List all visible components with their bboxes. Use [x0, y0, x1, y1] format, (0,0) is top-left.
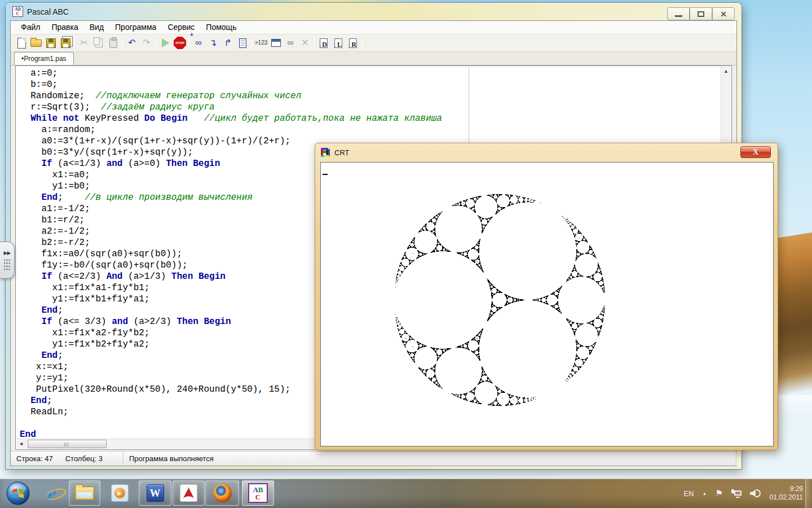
- grip-dots-icon: [3, 259, 11, 271]
- code-line: b:=0;: [20, 79, 721, 90]
- tab-label: •Program1.pas: [21, 55, 67, 63]
- status-message-cell: Программа выполняется: [123, 452, 736, 466]
- code-line: While not KeyPressed Do Begin //цикл буд…: [20, 113, 721, 124]
- crt-window-title: CRT: [334, 148, 349, 157]
- goto-reference-icon: R↓: [349, 38, 357, 48]
- tab-bar: •Program1.pas: [11, 52, 736, 65]
- crt-window: CRT X: [315, 143, 778, 450]
- cut-button[interactable]: ✂: [77, 36, 91, 50]
- open-file-button[interactable]: [29, 36, 43, 50]
- collapsed-panel-handle[interactable]: ▶▶: [0, 242, 15, 279]
- paste-button[interactable]: [106, 36, 121, 50]
- menu-item-Вид[interactable]: Вид: [84, 21, 109, 34]
- word-icon: W: [147, 484, 164, 502]
- clock[interactable]: 9:29 01.02.2011: [770, 485, 803, 502]
- format-numbers-icon: >123: [255, 40, 268, 46]
- run-icon: [162, 38, 169, 47]
- internet-explorer-button[interactable]: e: [36, 480, 68, 506]
- firefox-icon: [213, 484, 232, 502]
- close-button[interactable]: ✕: [712, 7, 735, 20]
- output-window-button[interactable]: [268, 36, 283, 50]
- status-message: Программа выполняется: [129, 454, 214, 463]
- maximize-button[interactable]: [690, 7, 712, 20]
- crt-close-icon: X: [753, 148, 758, 157]
- pascal-abc-icon: AB C: [248, 483, 268, 503]
- status-column: Столбец: 3: [65, 454, 103, 463]
- pascal-abc-titlebar[interactable]: AB C Pascal ABC ✕: [6, 3, 742, 20]
- trace-list-button[interactable]: [235, 36, 250, 50]
- toolbar: ✂↶↷STOP∞↴↱>123∞✕D↓L↓R↓: [11, 34, 736, 52]
- redo-button[interactable]: ↷: [139, 36, 154, 50]
- clock-date: 01.02.2011: [770, 493, 803, 502]
- menu-item-Сервис[interactable]: Сервис: [162, 21, 200, 34]
- redo-icon: ↷: [143, 38, 150, 47]
- code-line: a:=0;: [20, 68, 721, 79]
- start-button[interactable]: [3, 480, 33, 506]
- code-line: r:=Sqrt(3); //задаём радиус круга: [20, 102, 721, 113]
- watch-window-button[interactable]: ∞: [283, 36, 298, 50]
- paste-icon: [109, 38, 117, 48]
- window-controls: ✕: [667, 7, 735, 20]
- pascal-abc-button[interactable]: AB C: [242, 480, 274, 506]
- toolbar-separator: [122, 37, 123, 49]
- minimize-icon: [675, 15, 682, 17]
- media-player-button[interactable]: ▶: [102, 480, 138, 506]
- save-all-button[interactable]: [58, 36, 73, 50]
- undo-button[interactable]: ↶: [125, 36, 139, 50]
- undo-icon: ↶: [128, 38, 135, 47]
- menu-item-Файл[interactable]: Файл: [15, 21, 46, 34]
- toolbar-separator: [314, 37, 315, 49]
- copy-button[interactable]: [91, 36, 106, 50]
- format-numbers-button[interactable]: >123: [254, 36, 268, 50]
- volume-speaker-part: [750, 490, 756, 497]
- scroll-left-button[interactable]: ◄: [16, 439, 26, 449]
- internet-explorer-icon: e: [47, 484, 56, 503]
- adobe-reader-button[interactable]: [173, 480, 205, 506]
- toolbar-separator: [251, 37, 252, 49]
- tab-program1[interactable]: •Program1.pas: [14, 52, 74, 65]
- minimize-button[interactable]: [667, 7, 690, 20]
- network-stand-part: [736, 497, 740, 498]
- toolbar-separator: [362, 37, 363, 49]
- run-button[interactable]: [158, 36, 173, 50]
- volume-icon[interactable]: [750, 489, 761, 498]
- goto-definition-icon: D↓: [320, 38, 328, 48]
- copy-icon: [94, 37, 100, 45]
- step-into-icon: ↴: [209, 38, 217, 47]
- menu-item-Программа[interactable]: Программа: [109, 21, 162, 34]
- show-desktop-button[interactable]: [805, 479, 812, 508]
- save-file-button[interactable]: [43, 36, 58, 50]
- adobe-reader-icon: [180, 484, 197, 502]
- watch-window-icon: ∞: [287, 38, 293, 47]
- step-into-button[interactable]: ↴: [206, 36, 220, 50]
- text-cursor: [323, 174, 328, 175]
- network-icon[interactable]: [731, 489, 742, 498]
- folder-icon: [75, 487, 94, 500]
- add-watch-button[interactable]: ∞: [191, 36, 206, 50]
- code-line: Randomize; //подключаем генератор случай…: [20, 90, 721, 102]
- step-out-button[interactable]: ↱: [220, 36, 235, 50]
- crt-close-button[interactable]: X: [740, 146, 771, 158]
- language-indicator[interactable]: EN: [683, 489, 694, 498]
- taskbar: e▶W AB C EN ▲ ⚑ 9:29 01.02.2011: [0, 479, 812, 508]
- show-hidden-icons-button[interactable]: ▲: [702, 491, 707, 496]
- windows-explorer-button[interactable]: [69, 480, 100, 506]
- goto-definition-button[interactable]: D↓: [316, 36, 331, 50]
- scroll-up-button[interactable]: ▲: [721, 67, 731, 76]
- horizontal-scroll-thumb[interactable]: [28, 440, 107, 448]
- action-center-icon[interactable]: ⚑: [715, 488, 722, 498]
- stop-button[interactable]: STOP: [173, 36, 187, 50]
- goto-label-button[interactable]: L↓: [331, 36, 346, 50]
- clock-time: 9:29: [770, 485, 803, 493]
- firefox-button[interactable]: [205, 480, 239, 506]
- goto-reference-button[interactable]: R↓: [346, 36, 360, 50]
- crt-app-icon: [321, 148, 330, 157]
- status-position-cell: Строка: 47 Столбец: 3: [11, 452, 123, 466]
- word-button[interactable]: W: [139, 480, 171, 506]
- volume-wave-part: [756, 489, 761, 497]
- new-file-button[interactable]: [14, 36, 29, 50]
- crt-titlebar[interactable]: CRT X: [315, 143, 778, 162]
- close-window-button[interactable]: ✕: [298, 36, 312, 50]
- menu-item-Помощь[interactable]: Помощь: [200, 21, 242, 34]
- menu-item-Правка[interactable]: Правка: [46, 21, 83, 34]
